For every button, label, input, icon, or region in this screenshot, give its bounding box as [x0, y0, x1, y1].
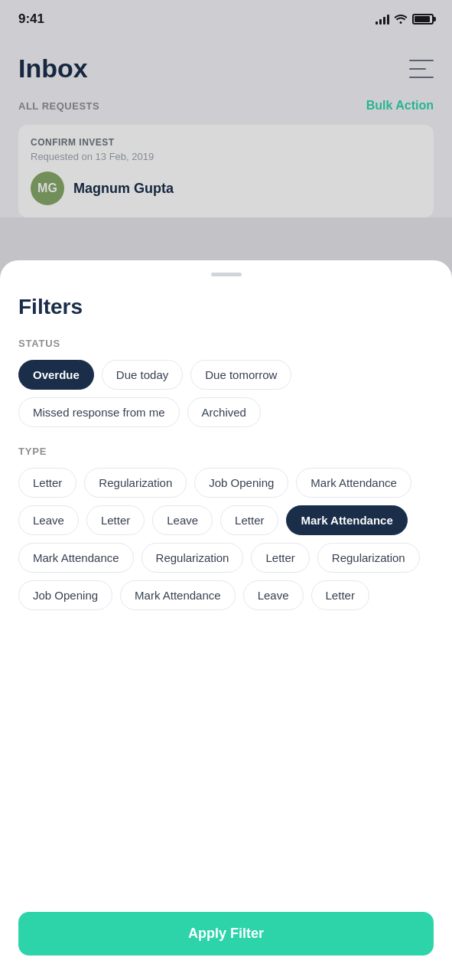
type-section-label: TYPE — [18, 446, 434, 457]
status-chips: Overdue Due today Due tomorrow Missed re… — [18, 360, 434, 427]
chip-letter-1[interactable]: Letter — [18, 468, 76, 498]
chip-mark-attendance-2[interactable]: Mark Attendance — [286, 505, 407, 535]
chip-leave-3[interactable]: Leave — [243, 580, 304, 610]
chip-letter-3[interactable]: Letter — [220, 505, 278, 535]
chip-job-opening-1[interactable]: Job Opening — [194, 468, 288, 498]
chip-mark-attendance-1[interactable]: Mark Attendance — [296, 468, 411, 498]
chip-leave-1[interactable]: Leave — [18, 505, 79, 535]
chip-missed-response[interactable]: Missed response from me — [18, 397, 180, 427]
type-section: TYPE Letter Regularization Job Opening M… — [18, 446, 434, 610]
chip-leave-2[interactable]: Leave — [152, 505, 213, 535]
chip-due-tomorrow[interactable]: Due tomorrow — [190, 360, 291, 390]
filters-title: Filters — [18, 295, 434, 319]
chip-regularization-3[interactable]: Regularization — [317, 543, 420, 573]
chip-letter-2[interactable]: Letter — [86, 505, 145, 535]
sheet-handle — [211, 273, 242, 276]
apply-filter-button[interactable]: Apply Filter — [18, 912, 434, 956]
filter-bottom-sheet: Filters STATUS Overdue Due today Due tom… — [0, 260, 452, 980]
chip-regularization-1[interactable]: Regularization — [84, 468, 187, 498]
chip-mark-attendance-4[interactable]: Mark Attendance — [120, 580, 236, 610]
status-section-label: STATUS — [18, 338, 434, 349]
chip-overdue[interactable]: Overdue — [18, 360, 94, 390]
chip-archived[interactable]: Archived — [187, 397, 261, 427]
type-chips: Letter Regularization Job Opening Mark A… — [18, 468, 434, 610]
chip-letter-5[interactable]: Letter — [311, 580, 369, 610]
chip-job-opening-2[interactable]: Job Opening — [18, 580, 112, 610]
chip-mark-attendance-3[interactable]: Mark Attendance — [18, 543, 134, 573]
chip-due-today[interactable]: Due today — [102, 360, 183, 390]
overlay — [0, 0, 452, 283]
chip-letter-4[interactable]: Letter — [251, 543, 309, 573]
chip-regularization-2[interactable]: Regularization — [141, 543, 244, 573]
